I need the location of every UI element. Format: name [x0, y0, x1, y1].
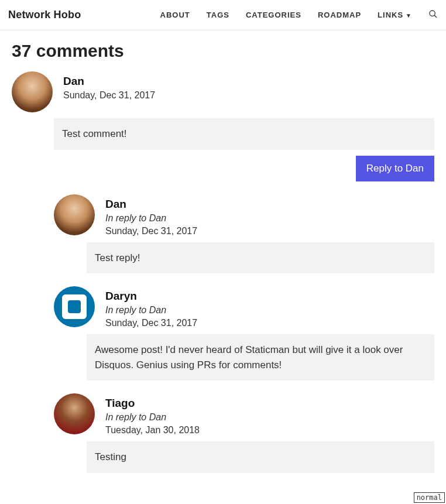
author-name: Dan: [105, 198, 197, 211]
comment: Tiago In reply to Dan Tuesday, Jan 30, 2…: [54, 393, 434, 473]
comment-date: Sunday, Dec 31, 2017: [63, 90, 155, 101]
svg-point-0: [430, 11, 435, 16]
reply-thread: Dan In reply to Dan Sunday, Dec 31, 2017…: [54, 194, 434, 473]
reply-button[interactable]: Reply to Dan: [356, 156, 434, 181]
avatar: [54, 286, 95, 327]
comment-header: Daryn In reply to Dan Sunday, Dec 31, 20…: [54, 286, 434, 328]
comment-meta: Dan In reply to Dan Sunday, Dec 31, 2017: [105, 194, 197, 236]
chevron-down-icon: ▼: [406, 12, 412, 19]
comment-meta: Dan Sunday, Dec 31, 2017: [63, 71, 155, 101]
nav-categories[interactable]: CATEGORIES: [246, 11, 301, 19]
nav-about[interactable]: ABOUT: [160, 11, 190, 19]
author-name: Daryn: [105, 290, 197, 303]
comment-date: Sunday, Dec 31, 2017: [105, 226, 197, 236]
comment-body: Awesome post! I'd never heard of Staticm…: [87, 334, 434, 380]
comment-header: Tiago In reply to Dan Tuesday, Jan 30, 2…: [54, 393, 434, 436]
comment-body: Test reply!: [87, 242, 434, 274]
svg-line-1: [434, 15, 437, 18]
comment-date: Tuesday, Jan 30, 2018: [105, 425, 200, 436]
comment-header: Dan Sunday, Dec 31, 2017: [12, 71, 434, 112]
in-reply-to: In reply to Dan: [105, 412, 200, 423]
nav-links: ABOUT TAGS CATEGORIES ROADMAP LINKS▼: [160, 9, 438, 21]
avatar: [54, 393, 95, 434]
author-name: Dan: [63, 75, 155, 88]
reply-target-link[interactable]: Dan: [149, 213, 166, 223]
comment: Daryn In reply to Dan Sunday, Dec 31, 20…: [54, 286, 434, 380]
comment-body: Test comment!: [54, 118, 434, 150]
nav-links[interactable]: LINKS▼: [378, 11, 412, 19]
comment: Dan Sunday, Dec 31, 2017 Test comment! R…: [12, 71, 434, 181]
reply-target-link[interactable]: Dan: [149, 412, 166, 422]
in-reply-to: In reply to Dan: [105, 305, 197, 316]
comment: Dan In reply to Dan Sunday, Dec 31, 2017…: [54, 194, 434, 274]
avatar: [12, 71, 53, 112]
comment-header: Dan In reply to Dan Sunday, Dec 31, 2017: [54, 194, 434, 236]
avatar: [54, 194, 95, 235]
comment-date: Sunday, Dec 31, 2017: [105, 318, 197, 328]
site-brand[interactable]: Network Hobo: [8, 9, 81, 21]
reply-target-link[interactable]: Dan: [149, 305, 166, 315]
navbar: Network Hobo ABOUT TAGS CATEGORIES ROADM…: [0, 0, 446, 30]
comment-meta: Daryn In reply to Dan Sunday, Dec 31, 20…: [105, 286, 197, 328]
comments-heading: 37 comments: [12, 41, 434, 61]
in-reply-to: In reply to Dan: [105, 213, 197, 224]
comment-body: Testing: [87, 441, 434, 473]
content: 37 comments Dan Sunday, Dec 31, 2017 Tes…: [0, 30, 446, 504]
reply-row: Reply to Dan: [12, 156, 434, 181]
nav-tags[interactable]: TAGS: [207, 11, 229, 19]
author-name: Tiago: [105, 397, 200, 410]
status-badge: normal: [414, 492, 445, 503]
search-icon[interactable]: [428, 9, 438, 21]
nav-roadmap[interactable]: ROADMAP: [318, 11, 361, 19]
comment-meta: Tiago In reply to Dan Tuesday, Jan 30, 2…: [105, 393, 200, 436]
